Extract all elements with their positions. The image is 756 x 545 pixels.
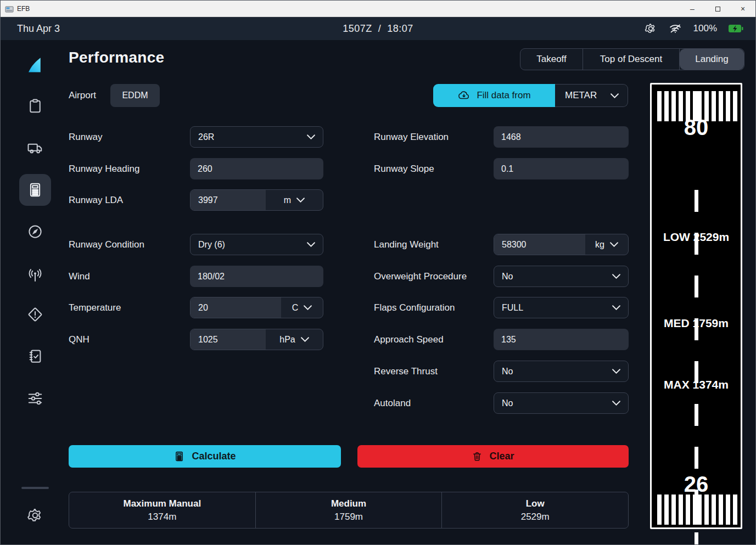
fill-data-button[interactable]: Fill data from [433, 84, 555, 107]
landing-weight-input[interactable] [494, 234, 585, 255]
app-logo [19, 49, 51, 81]
trash-icon [472, 451, 483, 462]
chevron-down-icon [304, 305, 312, 310]
qnh-unit-select[interactable]: hPa [266, 329, 323, 350]
maximize-icon [715, 7, 720, 12]
chevron-down-icon [612, 305, 620, 310]
page-title: Performance [69, 49, 165, 66]
tab-top-of-descent[interactable]: Top of Descent [583, 49, 680, 70]
sidebar-item-settings[interactable] [19, 499, 51, 531]
reverse-thrust-label: Reverse Thrust [374, 361, 438, 382]
landing-weight-unit: kg [595, 240, 604, 250]
battery-percent: 100% [693, 23, 717, 34]
chevron-down-icon [611, 93, 619, 98]
airport-button[interactable]: EDDM [110, 84, 160, 107]
autoland-label: Autoland [374, 392, 411, 414]
clear-label: Clear [489, 451, 514, 462]
calculate-button[interactable]: Calculate [69, 445, 341, 468]
chevron-down-icon [612, 401, 620, 406]
flaps-configuration-select[interactable]: FULL [494, 297, 629, 318]
chevron-down-icon [307, 242, 315, 247]
maximize-button[interactable] [705, 1, 730, 17]
result-low: Low 2529m [442, 492, 628, 528]
runway-marker-low: LOW 2529m [652, 230, 741, 244]
result-value: 2529m [521, 512, 550, 522]
fill-source-select[interactable]: METAR [555, 84, 628, 107]
approach-speed-label: Approach Speed [374, 329, 444, 350]
overweight-procedure-select[interactable]: No [494, 266, 629, 287]
tab-landing[interactable]: Landing [680, 49, 744, 70]
sidebar-divider [21, 487, 49, 489]
runway-condition-value: Dry (6) [198, 240, 225, 250]
temperature-unit: C [292, 303, 299, 313]
result-maximum-manual: Maximum Manual 1374m [69, 492, 256, 528]
window-title: EFB [17, 5, 30, 13]
result-header: Low [526, 498, 545, 509]
battery-charging-icon [728, 23, 743, 34]
clipboard-icon [27, 98, 43, 114]
fill-source-value: METAR [565, 90, 597, 101]
landing-weight-label: Landing Weight [374, 234, 439, 255]
runway-lda-input[interactable] [191, 190, 266, 210]
runway-marker-max: MAX 1374m [652, 378, 741, 392]
runway-diagram: 80 LOW 2529m MED 1759m MAX 1374m 26 [650, 83, 742, 529]
chevron-down-icon [296, 198, 305, 203]
fill-data-label: Fill data from [477, 90, 530, 101]
temperature-field: C [190, 297, 323, 318]
runway-slope-label: Runway Slope [374, 158, 434, 179]
chevron-down-icon [301, 337, 309, 342]
reverse-thrust-select[interactable]: No [494, 361, 629, 382]
autoland-value: No [502, 398, 513, 408]
flaps-configuration-value: FULL [502, 303, 523, 313]
runway-elevation-label: Runway Elevation [374, 126, 449, 148]
chevron-down-icon [612, 369, 620, 374]
approach-speed-field [494, 329, 629, 350]
runway-lda-unit-select[interactable]: m [266, 190, 323, 210]
utc-time: 1507Z [343, 23, 372, 34]
mode-tabs: Takeoff Top of Descent Landing [520, 48, 744, 70]
efb-window: EFB – × Thu Apr 3 1507Z / 18:07 100% [0, 0, 756, 545]
landing-weight-field: kg [494, 234, 629, 255]
overweight-procedure-label: Overweight Procedure [374, 266, 467, 287]
reverse-thrust-value: No [502, 367, 513, 377]
runway-elevation-field [494, 126, 629, 148]
close-button[interactable]: × [730, 1, 755, 17]
flaps-configuration-label: Flaps Configuration [374, 297, 455, 318]
runway-lda-field: m [190, 189, 323, 211]
approach-speed-input[interactable] [494, 329, 629, 350]
temperature-input[interactable] [191, 297, 281, 318]
runway-condition-select[interactable]: Dry (6) [190, 234, 323, 255]
clear-button[interactable]: Clear [357, 445, 629, 468]
gear-icon [27, 507, 43, 524]
tab-takeoff[interactable]: Takeoff [520, 49, 583, 70]
results-table: Maximum Manual 1374m Medium 1759m Low 25… [69, 492, 629, 529]
minimize-button[interactable]: – [680, 1, 705, 17]
temperature-unit-select[interactable]: C [281, 297, 323, 318]
gear-icon[interactable] [644, 22, 657, 35]
runway-lda-label: Runway LDA [69, 189, 123, 211]
result-value: 1759m [334, 512, 363, 522]
qnh-input[interactable] [191, 329, 266, 350]
runway-threshold-stripes-near [652, 495, 741, 525]
runway-marker-med: MED 1759m [652, 316, 741, 330]
result-medium: Medium 1759m [256, 492, 443, 528]
runway-select[interactable]: 26R [190, 126, 323, 148]
winglet-logo-icon [25, 54, 45, 76]
runway-label: Runway [69, 126, 102, 148]
local-time: 18:07 [387, 23, 413, 34]
runway-lda-unit: m [284, 195, 291, 205]
landing-weight-unit-select[interactable]: kg [585, 234, 628, 255]
runway-slope-input[interactable] [494, 158, 629, 179]
runway-slope-field [494, 158, 629, 179]
wifi-off-icon[interactable] [668, 22, 682, 35]
runway-heading-label: Runway Heading [69, 158, 139, 179]
cloud-download-icon [457, 89, 471, 102]
autoland-select[interactable]: No [494, 392, 629, 414]
sidebar-item-clipboard[interactable] [19, 90, 51, 122]
chevron-down-icon [610, 242, 618, 247]
result-header: Medium [331, 498, 366, 509]
runway-heading-input[interactable] [190, 158, 323, 179]
runway-elevation-input[interactable] [494, 126, 629, 148]
wind-label: Wind [69, 266, 90, 287]
wind-input[interactable] [190, 266, 323, 287]
